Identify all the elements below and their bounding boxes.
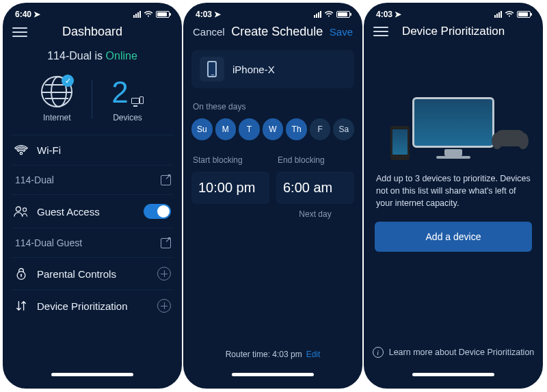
svg-point-1 [23, 208, 27, 211]
lock-icon [15, 267, 27, 280]
wifi-network-row[interactable]: 114-Dual [11, 165, 174, 194]
check-badge-icon: ✓ [62, 75, 74, 87]
status-time: 4:03 [196, 10, 212, 19]
location-icon: ➤ [34, 10, 40, 19]
signal-icon [133, 11, 141, 18]
gamepad-illustration [495, 130, 525, 151]
parental-controls-row[interactable]: Parental Controls [11, 257, 174, 289]
external-link-icon [161, 238, 171, 248]
wifi-icon [324, 11, 334, 18]
day-sa[interactable]: Sa [333, 118, 354, 140]
devices-stat[interactable]: 2 Devices [111, 76, 143, 122]
page-title: Create Schedule [231, 25, 323, 39]
days-label: On these days [193, 102, 353, 112]
phone-icon [207, 61, 217, 77]
internet-stat[interactable]: ✓ Internet [41, 76, 72, 122]
next-day-label: Next day [276, 209, 354, 219]
divider [92, 80, 92, 118]
day-f[interactable]: F [310, 118, 331, 140]
screen-dashboard: 6:40 ➤ Dashboard 114-Dual is Online ✓ In… [3, 3, 182, 389]
network-status: 114-Dual is Online [11, 50, 174, 62]
external-link-icon [161, 175, 171, 185]
devices-icon [131, 96, 144, 107]
day-t[interactable]: T [239, 118, 260, 140]
end-label: End blocking [278, 155, 353, 165]
devices-count: 2 [111, 77, 128, 107]
battery-icon [517, 11, 531, 18]
add-device-button[interactable]: Add a device [375, 222, 532, 252]
days-picker: Su M T W Th F Sa [191, 118, 354, 140]
device-row[interactable]: iPhone-X [191, 50, 354, 88]
wifi-row[interactable]: Wi-Fi [11, 135, 174, 165]
location-icon: ➤ [395, 10, 401, 19]
status-bar: 4:03 ➤ [364, 3, 543, 22]
phone-illustration [390, 126, 410, 160]
home-indicator[interactable] [51, 373, 133, 376]
status-bar: 4:03 ➤ [183, 3, 362, 22]
page-title: Device Prioritization [402, 25, 505, 38]
start-time-input[interactable]: 10:00 pm [191, 172, 269, 204]
menu-button[interactable] [12, 27, 27, 37]
add-icon[interactable] [157, 299, 171, 313]
cancel-button[interactable]: Cancel [193, 26, 225, 38]
day-su[interactable]: Su [191, 118, 213, 140]
signal-icon [314, 11, 321, 18]
nav-bar: Dashboard [3, 22, 182, 46]
monitor-illustration [412, 97, 494, 160]
description-text: Add up to 3 devices to prioritize. Devic… [372, 172, 535, 209]
location-icon: ➤ [214, 10, 221, 19]
battery-icon [336, 11, 350, 18]
wifi-icon [144, 11, 153, 18]
info-icon: i [373, 347, 384, 358]
globe-icon: ✓ [41, 76, 72, 107]
status-online: Online [106, 50, 137, 62]
status-bar: 6:40 ➤ [3, 3, 182, 22]
screen-device-prioritization: 4:03 ➤ Device Prioritization Add up to 3… [364, 3, 543, 389]
guest-network-row[interactable]: 114-Dual Guest [11, 228, 174, 257]
edit-router-time[interactable]: Edit [306, 350, 321, 359]
router-time: Router time: 4:03 pmEdit [191, 350, 354, 359]
add-icon[interactable] [157, 267, 171, 280]
illustration [372, 57, 535, 160]
start-label: Start blocking [193, 155, 268, 165]
device-name: iPhone-X [232, 64, 275, 75]
day-w[interactable]: W [263, 118, 284, 140]
guest-icon [14, 205, 29, 218]
nav-bar: Cancel Create Schedule Save [183, 22, 362, 46]
nav-bar: Device Prioritization [364, 22, 543, 45]
guest-access-row[interactable]: Guest Access [11, 194, 174, 228]
wifi-icon [14, 145, 28, 156]
prioritization-icon [15, 300, 27, 312]
day-m[interactable]: M [215, 118, 237, 140]
learn-more-link[interactable]: i Learn more about Device Prioritization [372, 347, 535, 358]
save-button[interactable]: Save [330, 26, 353, 38]
status-time: 6:40 [15, 10, 31, 19]
svg-point-0 [16, 207, 21, 211]
home-indicator[interactable] [412, 373, 494, 376]
menu-button[interactable] [373, 27, 388, 36]
status-time: 4:03 [376, 10, 392, 19]
end-time-input[interactable]: 6:00 am [276, 172, 354, 204]
device-chip [200, 57, 224, 81]
signal-icon [494, 11, 502, 18]
battery-icon [156, 11, 170, 18]
screen-create-schedule: 4:03 ➤ Cancel Create Schedule Save iPhon… [183, 3, 362, 389]
page-title: Dashboard [62, 25, 122, 39]
wifi-icon [505, 11, 514, 18]
device-prioritization-row[interactable]: Device Prioritization [11, 289, 174, 322]
home-indicator[interactable] [232, 373, 314, 376]
guest-toggle[interactable] [144, 204, 171, 219]
day-th[interactable]: Th [286, 118, 307, 140]
